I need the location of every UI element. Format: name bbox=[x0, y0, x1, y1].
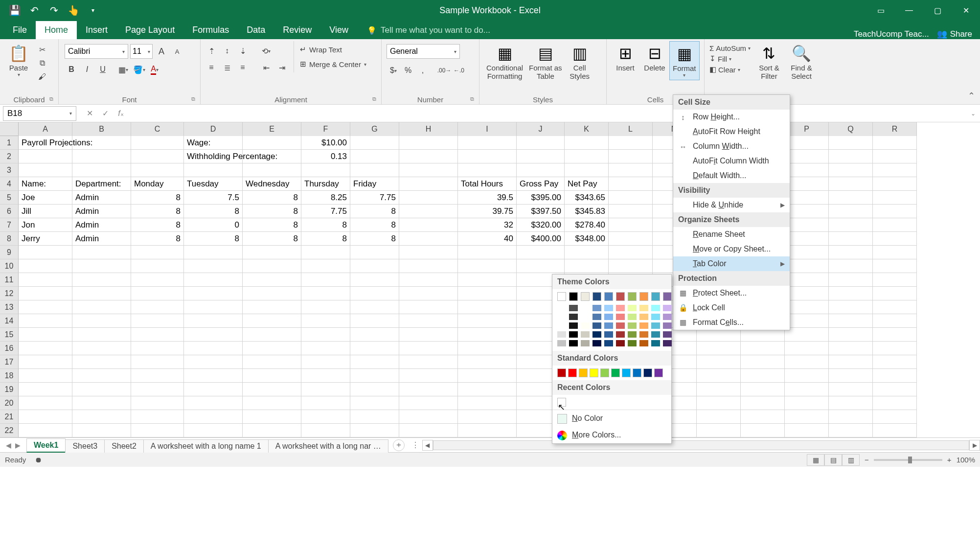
cell[interactable]: Admin bbox=[72, 218, 131, 232]
cell[interactable] bbox=[399, 300, 458, 314]
color-tint[interactable] bbox=[569, 305, 578, 311]
comma-format-icon[interactable]: , bbox=[416, 64, 430, 77]
cell[interactable] bbox=[19, 163, 72, 177]
cell[interactable] bbox=[72, 150, 131, 163]
increase-indent-icon[interactable]: ⇥ bbox=[275, 61, 289, 74]
clear-button[interactable]: ◧Clear▾ bbox=[709, 64, 751, 75]
color-tint[interactable] bbox=[604, 314, 613, 320]
cell[interactable] bbox=[609, 177, 653, 191]
cell[interactable] bbox=[350, 396, 399, 410]
cell[interactable] bbox=[131, 300, 184, 314]
column-header[interactable]: A bbox=[19, 122, 72, 136]
cell[interactable] bbox=[184, 287, 243, 300]
cell[interactable] bbox=[517, 163, 565, 177]
tab-formulas[interactable]: Formulas bbox=[183, 21, 238, 39]
font-name-combo[interactable]: Calibri▾ bbox=[65, 44, 128, 59]
menu-rename-sheet[interactable]: Rename Sheet bbox=[673, 227, 790, 242]
font-color-button[interactable]: A▾ bbox=[148, 63, 161, 76]
color-swatch[interactable] bbox=[616, 292, 625, 301]
cell[interactable] bbox=[741, 342, 785, 355]
cell[interactable] bbox=[131, 396, 184, 410]
cell[interactable]: $348.00 bbox=[565, 232, 609, 246]
color-swatch[interactable] bbox=[604, 292, 613, 301]
cell[interactable] bbox=[184, 342, 243, 355]
cell[interactable]: $397.50 bbox=[517, 205, 565, 218]
cell[interactable] bbox=[243, 314, 301, 328]
expand-formula-bar-icon[interactable]: ⌄ bbox=[966, 110, 980, 117]
cell[interactable] bbox=[19, 300, 72, 314]
cell[interactable]: Gross Pay bbox=[517, 177, 565, 191]
cell[interactable]: 32 bbox=[458, 218, 517, 232]
cell[interactable] bbox=[609, 259, 653, 273]
column-header[interactable]: K bbox=[565, 122, 609, 136]
format-cells-button[interactable]: ▦ Format ▾ bbox=[669, 41, 700, 80]
align-right-icon[interactable]: ≡ bbox=[236, 61, 250, 74]
color-tint[interactable] bbox=[639, 331, 648, 338]
cell[interactable] bbox=[829, 163, 873, 177]
more-colors-item[interactable]: More Colors... bbox=[552, 427, 671, 443]
signed-in-user[interactable]: TeachUcomp Teac... bbox=[854, 29, 929, 39]
cell[interactable] bbox=[243, 136, 301, 150]
cell[interactable]: 8 bbox=[301, 232, 350, 246]
cell[interactable] bbox=[301, 314, 350, 328]
cell[interactable]: 8 bbox=[350, 232, 399, 246]
cell[interactable] bbox=[184, 259, 243, 273]
cell[interactable] bbox=[350, 424, 399, 437]
color-swatch[interactable] bbox=[628, 292, 637, 301]
color-swatch[interactable] bbox=[569, 292, 578, 301]
cell[interactable]: Net Pay bbox=[565, 177, 609, 191]
cell[interactable] bbox=[243, 355, 301, 369]
cell[interactable] bbox=[458, 369, 517, 383]
color-tint[interactable] bbox=[616, 314, 625, 320]
cell[interactable] bbox=[609, 191, 653, 205]
cell[interactable] bbox=[458, 150, 517, 163]
cell[interactable] bbox=[829, 150, 873, 163]
cell[interactable] bbox=[131, 328, 184, 342]
cell[interactable] bbox=[697, 369, 741, 383]
find-select-button[interactable]: 🔍 Find & Select bbox=[787, 41, 816, 83]
color-tint[interactable] bbox=[616, 331, 625, 338]
cell[interactable]: Monday bbox=[131, 177, 184, 191]
cell[interactable] bbox=[785, 342, 829, 355]
cell[interactable]: 7.75 bbox=[350, 191, 399, 205]
no-color-item[interactable]: No Color bbox=[552, 410, 671, 427]
cell[interactable] bbox=[741, 355, 785, 369]
cell[interactable] bbox=[785, 328, 829, 342]
cell[interactable]: 8 bbox=[243, 218, 301, 232]
orientation-icon[interactable]: ⟲▾ bbox=[259, 44, 273, 58]
color-swatch[interactable] bbox=[651, 292, 660, 301]
sheet-tab[interactable]: A worksheet with a long name 1 bbox=[143, 439, 269, 453]
decrease-indent-icon[interactable]: ⇤ bbox=[259, 61, 273, 74]
align-bottom-icon[interactable]: ⇣ bbox=[236, 44, 250, 58]
insert-function-icon[interactable]: fₓ bbox=[114, 109, 127, 118]
cell[interactable] bbox=[785, 218, 829, 232]
percent-format-icon[interactable]: % bbox=[401, 64, 415, 77]
cell[interactable] bbox=[350, 300, 399, 314]
cell[interactable] bbox=[458, 383, 517, 396]
color-tint[interactable] bbox=[593, 340, 601, 346]
number-launcher-icon[interactable]: ⧉ bbox=[470, 96, 477, 103]
sheet-nav-next-icon[interactable]: ▶ bbox=[15, 441, 21, 449]
cell[interactable]: Payroll Projections: bbox=[19, 136, 72, 150]
color-swatch[interactable] bbox=[663, 292, 672, 301]
number-format-combo[interactable]: General▾ bbox=[387, 44, 460, 59]
cell[interactable] bbox=[829, 246, 873, 259]
color-tint[interactable] bbox=[663, 331, 672, 338]
cell[interactable] bbox=[829, 287, 873, 300]
color-swatch[interactable] bbox=[633, 368, 641, 377]
row-header[interactable]: 7 bbox=[0, 218, 19, 232]
column-header[interactable]: H bbox=[399, 122, 458, 136]
align-top-icon[interactable]: ⇡ bbox=[205, 44, 218, 58]
cell[interactable] bbox=[399, 410, 458, 424]
cell[interactable] bbox=[873, 136, 917, 150]
color-swatch[interactable] bbox=[557, 368, 566, 377]
cell[interactable] bbox=[301, 396, 350, 410]
cell[interactable] bbox=[72, 246, 131, 259]
italic-button[interactable]: I bbox=[80, 63, 94, 76]
cell[interactable] bbox=[399, 163, 458, 177]
cell[interactable] bbox=[399, 355, 458, 369]
cell[interactable] bbox=[19, 150, 72, 163]
cell[interactable] bbox=[458, 287, 517, 300]
cell[interactable] bbox=[458, 259, 517, 273]
cell[interactable] bbox=[72, 163, 131, 177]
